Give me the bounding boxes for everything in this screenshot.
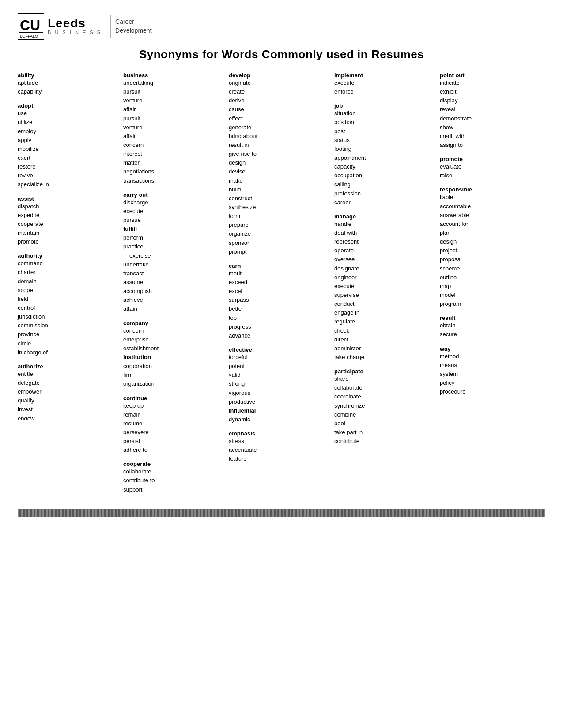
synonym-make: make	[229, 176, 330, 185]
logo-business-text: B U S I N E S S	[48, 30, 102, 35]
synonym-domain: domain	[18, 277, 119, 286]
header-carry-out: carry out	[123, 191, 148, 198]
synonym-delegate: delegate	[18, 379, 119, 387]
synonym-resume: resume	[123, 419, 224, 428]
synonym-system: system	[440, 370, 541, 379]
footer-bar	[18, 509, 545, 517]
synonym-create: create	[229, 87, 330, 96]
synonym-build: build	[229, 185, 330, 194]
synonym-adhere-to: adhere to	[123, 446, 224, 454]
synonym-direct: direct	[334, 335, 435, 344]
group-effective: effective forceful potent valid strong v…	[229, 346, 330, 424]
synonym-dynamic: dynamic	[229, 415, 330, 424]
logo-box: CU BUFFALO Leeds B U S I N E S S	[18, 13, 102, 40]
column-3: develop originate create derive cause ef…	[229, 72, 334, 469]
synonym-assign-to: assign to	[440, 141, 541, 150]
synonym-collaborate: collaborate	[123, 467, 224, 476]
synonym-empower: empower	[18, 387, 119, 396]
synonym-capability: capability	[18, 87, 119, 96]
synonym-effect: effect	[229, 114, 330, 123]
synonym-program: program	[440, 300, 541, 308]
synonym-entitle: entitle	[18, 370, 119, 379]
synonym-combine: combine	[334, 410, 435, 419]
synonym-better: better	[229, 304, 330, 313]
synonym-cooperate: cooperate	[18, 220, 119, 229]
synonym-engineer: engineer	[334, 273, 435, 282]
synonym-raise: raise	[440, 171, 541, 180]
synonym-operate: operate	[334, 246, 435, 255]
synonym-show: show	[440, 123, 541, 132]
synonym-situation: situation	[334, 109, 435, 118]
synonym-achieve: achieve	[123, 296, 224, 304]
synonym-plan: plan	[440, 229, 541, 237]
group-business: business undertaking pursuit venture aff…	[123, 72, 224, 185]
synonym-perform: perform	[123, 233, 224, 242]
synonym-enterprise: enterprise	[123, 335, 224, 344]
synonym-position: position	[334, 118, 435, 127]
svg-text:CU: CU	[20, 17, 40, 33]
synonym-persist: persist	[123, 437, 224, 446]
synonym-pursue: pursue	[123, 216, 224, 225]
header-point-out: point out	[440, 72, 465, 79]
synonym-promote: promote	[18, 237, 119, 246]
synonym-method: method	[440, 352, 541, 361]
synonym-province: province	[18, 330, 119, 339]
group-cooperate: cooperate collaborate contribute to supp…	[123, 461, 224, 494]
synonym-procedure: procedure	[440, 387, 541, 396]
synonym-oversee: oversee	[334, 255, 435, 264]
synonym-proposal: proposal	[440, 255, 541, 264]
synonym-apply: apply	[18, 136, 119, 145]
group-point-out: point out indicate exhibit display revea…	[440, 72, 541, 150]
synonym-progress: progress	[229, 323, 330, 331]
synonym-conduct: conduct	[334, 300, 435, 308]
synonym-result-in: result in	[229, 141, 330, 150]
group-develop: develop originate create derive cause ef…	[229, 72, 330, 256]
page: CU BUFFALO Leeds B U S I N E S S Career …	[0, 0, 563, 526]
synonym-project: project	[440, 246, 541, 255]
group-promote: promote evaluate raise	[440, 156, 541, 180]
header-ability: ability	[18, 72, 34, 79]
synonym-map: map	[440, 282, 541, 291]
header-business: business	[123, 72, 148, 79]
synonym-establishment: establishment	[123, 344, 224, 353]
synonym-design2: design	[440, 237, 541, 246]
header-authority: authority	[18, 252, 42, 259]
synonym-affair2: affair	[123, 132, 224, 141]
synonym-accountable: accountable	[440, 202, 541, 211]
synonym-field: field	[18, 295, 119, 304]
group-emphasis: emphasis stress accentuate feature	[229, 430, 330, 463]
synonym-persevere: persevere	[123, 428, 224, 437]
header-develop: develop	[229, 72, 250, 79]
synonym-transactions: transactions	[123, 176, 224, 185]
synonym-institution: institution	[123, 353, 224, 362]
synonym-stress: stress	[229, 437, 330, 446]
synonym-employ: employ	[18, 127, 119, 136]
synonym-engage-in: engage in	[334, 308, 435, 317]
header-participate: participate	[334, 368, 363, 375]
synonym-capacity: capacity	[334, 162, 435, 171]
synonym-originate: originate	[229, 79, 330, 87]
synonym-appointment: appointment	[334, 154, 435, 162]
synonym-post: post	[334, 127, 435, 136]
header-result: result	[440, 315, 455, 321]
synonym-restore: restore	[18, 162, 119, 171]
column-4: implement execute enforce job situation …	[334, 72, 440, 452]
synonym-concern2: concern	[123, 326, 224, 335]
synonym-share: share	[334, 375, 435, 383]
column-2: business undertaking pursuit venture aff…	[123, 72, 229, 500]
logo-leeds-text: Leeds	[48, 17, 102, 30]
synonym-devise: devise	[229, 167, 330, 176]
header-cooperate: cooperate	[123, 461, 151, 467]
synonym-use: use	[18, 109, 119, 118]
synonym-jurisdiction: jurisdiction	[18, 312, 119, 321]
synonym-pool: pool	[334, 419, 435, 428]
group-participate: participate share collaborate coordinate…	[334, 368, 435, 446]
synonym-derive: derive	[229, 96, 330, 105]
synonym-prompt: prompt	[229, 248, 330, 256]
group-way: way method means system policy procedure	[440, 345, 541, 397]
synonym-valid: valid	[229, 371, 330, 379]
synonym-contribute-to: contribute to	[123, 476, 224, 485]
synonym-assume: assume	[123, 278, 224, 287]
synonym-occupation: occupation	[334, 171, 435, 180]
synonym-undertaking: undertaking	[123, 79, 224, 87]
